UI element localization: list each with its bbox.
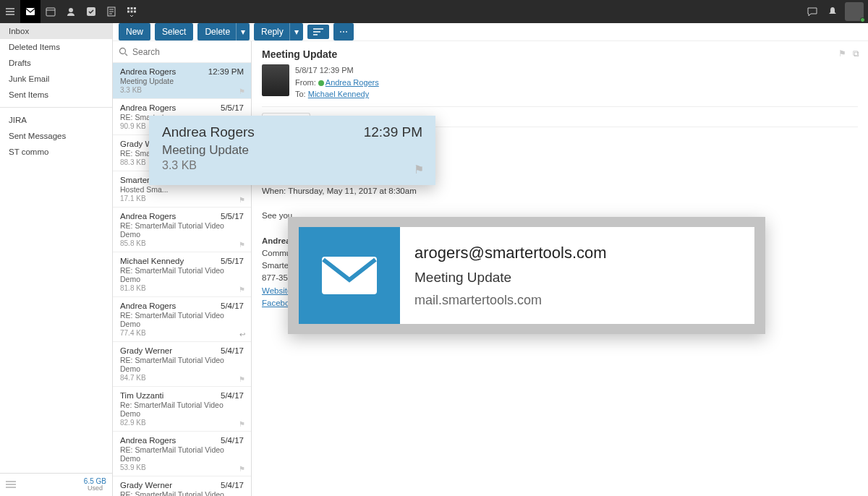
flag-icon[interactable]: ⚑ xyxy=(239,87,245,95)
new-button[interactable]: New xyxy=(119,23,150,40)
flag-icon[interactable]: ⚑ xyxy=(239,375,245,383)
reply-dropdown[interactable]: ▾ xyxy=(289,23,303,40)
message-item[interactable]: Tim Uzzanti5/4/17 Re: SmarterMail Tutori… xyxy=(113,387,251,432)
from-link[interactable]: Andrea Rogers xyxy=(326,78,379,87)
list-view-icon[interactable] xyxy=(6,481,16,489)
mail-icon[interactable] xyxy=(20,0,41,23)
notifications-icon[interactable] xyxy=(822,0,843,23)
notification-domain: mail.smartertools.com xyxy=(414,293,607,308)
folder-inbox[interactable]: Inbox xyxy=(0,23,112,39)
message-date: 5/8/17 12:39 PM xyxy=(295,64,379,77)
svg-rect-7 xyxy=(134,7,136,9)
folder-drafts[interactable]: Drafts xyxy=(0,55,112,71)
folder-sent[interactable]: Sent Items xyxy=(0,87,112,103)
search-icon xyxy=(119,47,128,56)
svg-rect-9 xyxy=(131,11,133,13)
svg-rect-5 xyxy=(127,7,129,9)
folder-deleted[interactable]: Deleted Items xyxy=(0,39,112,55)
message-item[interactable]: Andrea Rogers5/4/17 RE: SmarterMail Tuto… xyxy=(113,432,251,476)
action-toolbar: New Select Delete ▾ Reply ▾ ⋯ xyxy=(113,23,868,41)
popout-icon[interactable]: ⧉ xyxy=(853,48,859,59)
flag-icon[interactable]: ⚑ xyxy=(239,286,245,294)
flag-icon[interactable]: ⚑ xyxy=(239,241,245,249)
tasks-icon[interactable] xyxy=(81,0,101,23)
storage-quota: 6.5 GB Used xyxy=(84,478,106,492)
delete-button[interactable]: Delete xyxy=(197,23,237,40)
folder-st-commo[interactable]: ST commo xyxy=(0,144,112,160)
message-list-panel: Andrea Rogers12:39 PM Meeting Update 3.3… xyxy=(113,41,252,496)
user-avatar[interactable] xyxy=(845,2,864,21)
contacts-icon[interactable] xyxy=(61,0,81,23)
more-actions-button[interactable]: ⋯ xyxy=(333,23,354,40)
menu-icon[interactable] xyxy=(0,0,20,23)
folder-junk[interactable]: Junk Email xyxy=(0,71,112,87)
folder-sent-messages[interactable]: Sent Messages xyxy=(0,128,112,144)
search-input[interactable] xyxy=(132,47,245,57)
message-preview-zoom: Andrea Rogers12:39 PM Meeting Update 3.3… xyxy=(149,116,435,185)
message-item[interactable]: Andrea Rogers5/5/17 RE: SmarterMail Tuto… xyxy=(113,208,251,252)
calendar-icon[interactable] xyxy=(41,0,61,23)
presence-dot xyxy=(318,80,324,86)
apps-icon[interactable] xyxy=(122,0,142,23)
svg-point-11 xyxy=(120,48,126,54)
message-item[interactable]: Andrea Rogers5/4/17 RE: SmarterMail Tuto… xyxy=(113,297,251,342)
flag-icon[interactable]: ⚑ xyxy=(414,163,424,176)
flag-icon[interactable]: ⚑ xyxy=(838,48,846,59)
svg-point-2 xyxy=(69,8,73,12)
reply-button[interactable]: Reply xyxy=(254,23,291,40)
notification-subject: Meeting Update xyxy=(414,270,607,286)
svg-rect-10 xyxy=(134,11,136,13)
message-item[interactable]: Grady Werner5/4/17 RE: SmarterMail Tutor… xyxy=(113,476,251,496)
folder-sidebar: Inbox Deleted Items Drafts Junk Email Se… xyxy=(0,23,113,496)
svg-rect-6 xyxy=(131,7,133,9)
notification-from: arogers@smartertools.com xyxy=(414,244,607,262)
presence-indicator xyxy=(860,17,865,22)
svg-rect-0 xyxy=(26,8,35,15)
svg-rect-8 xyxy=(127,11,129,13)
sort-button[interactable] xyxy=(307,25,329,39)
delete-dropdown[interactable]: ▾ xyxy=(236,23,250,40)
new-mail-notification[interactable]: arogers@smartertools.com Meeting Update … xyxy=(288,217,765,334)
to-link[interactable]: Michael Kennedy xyxy=(308,90,369,98)
top-navbar xyxy=(0,0,868,23)
replied-icon: ↩ xyxy=(239,330,245,338)
message-item[interactable]: Michael Kennedy5/5/17 RE: SmarterMail Tu… xyxy=(113,252,251,297)
flag-icon[interactable]: ⚑ xyxy=(239,196,245,204)
notes-icon[interactable] xyxy=(101,0,122,23)
flag-icon[interactable]: ⚑ xyxy=(239,420,245,428)
flag-icon[interactable]: ⚑ xyxy=(239,465,245,473)
mail-icon xyxy=(299,227,400,324)
message-item[interactable]: Andrea Rogers12:39 PM Meeting Update 3.3… xyxy=(113,63,251,99)
sender-avatar xyxy=(262,64,289,96)
message-subject: Meeting Update xyxy=(262,48,858,60)
search-bar[interactable] xyxy=(113,41,251,63)
select-button[interactable]: Select xyxy=(155,23,193,40)
folder-jira[interactable]: JIRA xyxy=(0,112,112,128)
svg-rect-1 xyxy=(46,8,55,16)
chat-icon[interactable] xyxy=(802,0,822,23)
message-item[interactable]: Grady Werner5/4/17 RE: SmarterMail Tutor… xyxy=(113,342,251,387)
